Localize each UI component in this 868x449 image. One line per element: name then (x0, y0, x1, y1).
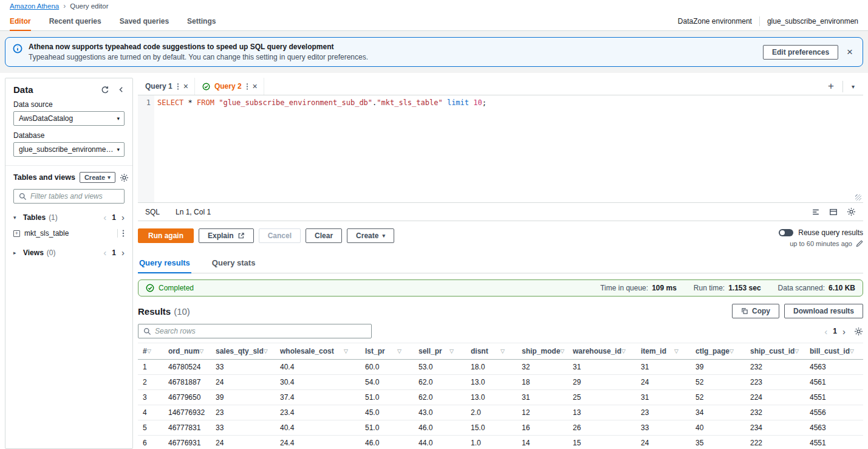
table-cell: 4551 (805, 390, 863, 405)
breadcrumb-link-amazon-athena[interactable]: Amazon Athena (10, 2, 59, 10)
views-page-number[interactable]: 1 (112, 248, 116, 257)
create-button[interactable]: Create ▾ (80, 172, 115, 183)
sort-icon[interactable]: ▽ (501, 348, 505, 354)
download-results-button[interactable]: Download results (784, 304, 863, 318)
table-cell: 31 (517, 390, 568, 405)
reuse-results-toggle[interactable] (779, 229, 793, 236)
results-preferences-gear-icon[interactable] (854, 327, 863, 336)
tables-settings-gear-icon[interactable] (120, 173, 129, 182)
panel-icon[interactable] (829, 208, 838, 216)
column-header-bill_cust_id[interactable]: bill_cust_id▽ (805, 343, 863, 360)
expand-views-icon[interactable]: ▸ (13, 250, 20, 256)
tab-editor[interactable]: Editor (10, 12, 31, 30)
clear-button[interactable]: Clear (306, 228, 342, 243)
tab-saved-queries[interactable]: Saved queries (120, 12, 169, 30)
tables-page-number[interactable]: 1 (112, 213, 116, 222)
column-header-ship_cust_id[interactable]: ship_cust_id▽ (745, 343, 805, 360)
table-actions-kebab-icon[interactable] (117, 229, 125, 238)
column-header-warehouse_id[interactable]: warehouse_id▽ (568, 343, 636, 360)
expand-table-icon[interactable]: + (13, 230, 20, 237)
edit-reuse-icon[interactable] (856, 240, 863, 247)
table-item-mkt-sls-table[interactable]: + mkt_sls_table (13, 228, 125, 239)
filter-tables-field[interactable] (30, 192, 119, 201)
resize-handle[interactable] (855, 194, 861, 201)
results-actions: Copy Download results (732, 304, 863, 318)
column-header-sell_pr[interactable]: sell_pr▽ (414, 343, 466, 360)
refresh-icon[interactable] (101, 86, 109, 94)
tab-settings[interactable]: Settings (187, 12, 216, 30)
sort-icon[interactable]: ▽ (560, 348, 564, 354)
column-header-disnt[interactable]: disnt▽ (466, 343, 517, 360)
results-next-page-icon[interactable]: › (842, 327, 846, 336)
column-header-wholesale_cost[interactable]: wholesale_cost▽ (275, 343, 360, 360)
tables-section-label: Tables (23, 213, 46, 222)
close-tab-icon[interactable]: × (253, 81, 258, 91)
prev-page-icon[interactable]: ‹ (103, 248, 106, 257)
table-row[interactable]: 2467818872430.454.062.013.01829245222345… (138, 375, 863, 390)
search-rows-field[interactable] (155, 327, 366, 335)
results-page-number[interactable]: 1 (833, 327, 837, 335)
edit-preferences-button[interactable]: Edit preferences (763, 45, 838, 60)
table-row[interactable]: 41467769322323.445.043.02.01213233423245… (138, 405, 863, 420)
sort-icon[interactable]: ▽ (199, 348, 203, 354)
next-page-icon[interactable]: › (121, 213, 125, 222)
collapse-tables-icon[interactable]: ▾ (13, 214, 20, 221)
database-select[interactable]: glue_subscribe_environment_sub_db ▾ (13, 142, 125, 157)
column-header-sales_qty_sld[interactable]: sales_qty_sld▽ (211, 343, 275, 360)
table-row[interactable]: 6467769312424.446.044.01.014152435222455… (138, 436, 863, 449)
table-row[interactable]: 1467805243340.460.053.018.03231313923245… (138, 360, 863, 375)
explain-button[interactable]: Explain (199, 228, 254, 243)
query-tab-1[interactable]: Query 1 × (138, 78, 195, 95)
table-cell: 3 (138, 390, 163, 405)
tab-query-stats[interactable]: Query stats (211, 255, 257, 273)
close-banner-icon[interactable]: × (844, 47, 855, 57)
data-panel-title: Data (13, 84, 92, 95)
column-header-ship_mode[interactable]: ship_mode▽ (517, 343, 568, 360)
format-icon[interactable] (812, 208, 820, 216)
results-prev-page-icon[interactable]: ‹ (824, 327, 827, 336)
tab-recent-queries[interactable]: Recent queries (49, 12, 101, 30)
data-panel-header: Data (13, 84, 125, 95)
prev-page-icon[interactable]: ‹ (103, 213, 106, 222)
search-rows-input[interactable] (138, 324, 372, 338)
sort-icon[interactable]: ▽ (621, 348, 626, 354)
sort-icon[interactable]: ▽ (264, 348, 268, 354)
column-header-row-number[interactable]: #▽ (138, 343, 163, 360)
copy-button[interactable]: Copy (732, 304, 779, 318)
column-header-ctlg_page[interactable]: ctlg_page▽ (691, 343, 745, 360)
column-header-ord_num[interactable]: ord_num▽ (163, 343, 211, 360)
query-tab-2[interactable]: Query 2 × (195, 78, 264, 95)
sort-icon[interactable]: ▽ (147, 348, 151, 354)
close-tab-icon[interactable]: × (183, 81, 188, 91)
table-row[interactable]: 3467796503937.451.062.013.03125315222445… (138, 390, 863, 405)
query-tab-kebab-icon[interactable] (177, 83, 179, 91)
table-cell: 44.0 (414, 436, 466, 449)
collapse-panel-icon[interactable] (118, 86, 125, 93)
sort-icon[interactable]: ▽ (850, 348, 854, 354)
tabs-dropdown-icon[interactable]: ▾ (842, 81, 863, 92)
sort-icon[interactable]: ▽ (795, 348, 799, 354)
tab-query-results[interactable]: Query results (138, 255, 191, 273)
filter-tables-input[interactable] (13, 189, 125, 204)
next-page-icon[interactable]: › (121, 248, 125, 257)
column-label: disnt (471, 347, 488, 355)
cancel-button[interactable]: Cancel (259, 228, 301, 243)
sql-editor[interactable]: 1 SELECT * FROM "glue_subscribe_environm… (138, 95, 863, 202)
column-header-lst_pr[interactable]: lst_pr▽ (360, 343, 414, 360)
create-dropdown-button[interactable]: Create ▾ (347, 228, 394, 243)
datazone-environment-value[interactable]: glue_subscribe_environmen (767, 17, 858, 26)
sort-icon[interactable]: ▽ (397, 348, 402, 354)
new-query-tab-icon[interactable]: + (819, 80, 842, 92)
sort-icon[interactable]: ▽ (344, 348, 348, 354)
run-again-button[interactable]: Run again (138, 228, 194, 243)
data-source-label: Data source (13, 100, 125, 109)
query-tab-kebab-icon[interactable] (246, 83, 248, 91)
sort-icon[interactable]: ▽ (449, 348, 454, 354)
sort-icon[interactable]: ▽ (674, 348, 678, 354)
editor-settings-gear-icon[interactable] (847, 207, 856, 216)
column-header-item_id[interactable]: item_id▽ (636, 343, 691, 360)
data-source-select[interactable]: AwsDataCatalog ▾ (13, 111, 125, 126)
sort-icon[interactable]: ▽ (730, 348, 734, 354)
table-row[interactable]: 5467778313340.451.046.015.01626334023445… (138, 420, 863, 436)
stat-label: Time in queue: (600, 284, 648, 292)
